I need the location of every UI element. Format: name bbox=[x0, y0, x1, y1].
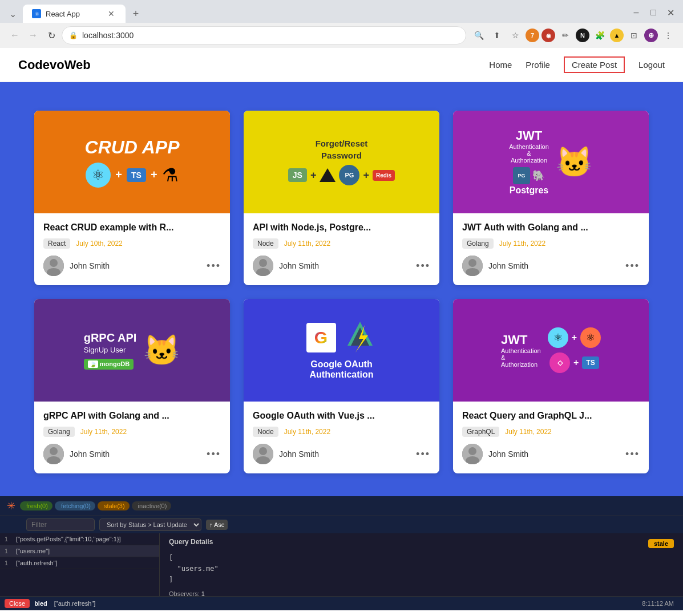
devtools-tab-stale[interactable]: stale(3) bbox=[98, 501, 130, 510]
devtools-asc-btn[interactable]: ↑ Asc bbox=[206, 520, 228, 530]
minimize-btn[interactable]: – bbox=[628, 5, 644, 21]
bookmark-btn[interactable]: ☆ bbox=[507, 27, 523, 43]
react-icon: ⚛ bbox=[86, 163, 111, 188]
card-6-menu-btn[interactable]: ••• bbox=[625, 448, 640, 460]
card-5-menu-btn[interactable]: ••• bbox=[416, 448, 430, 460]
card-4[interactable]: gRPC API SignUp User 🍃 mongoDB 🐱 bbox=[34, 299, 230, 473]
nav-home[interactable]: Home bbox=[489, 60, 512, 70]
devtools-filter-input[interactable] bbox=[26, 518, 95, 531]
card-2-tag: Node bbox=[253, 238, 278, 249]
card-1-menu-btn[interactable]: ••• bbox=[207, 260, 221, 272]
bottom-item-bled[interactable]: bled bbox=[34, 600, 47, 607]
ext-icon-3[interactable]: N bbox=[576, 29, 589, 42]
cards-grid: CRUD APP ⚛ + TS + ⚗ bbox=[34, 111, 649, 473]
devtools-stale-badge: stale bbox=[648, 539, 674, 548]
card-4-avatar bbox=[43, 444, 64, 464]
ext-icon-1[interactable]: 7 bbox=[526, 29, 539, 42]
devtools-list-item-3[interactable]: 1 ["auth.refresh"] bbox=[0, 557, 159, 569]
card-6-author: John Smith ••• bbox=[462, 444, 640, 464]
reload-btn[interactable]: ↻ bbox=[43, 27, 59, 43]
devtools-bottom-bar: Close bled ["auth.refresh"] 8:11:12 AM bbox=[0, 596, 683, 610]
card-2-menu-btn[interactable]: ••• bbox=[416, 260, 430, 272]
card-6-image: JWT Authentication & Authorization ⚛ + bbox=[453, 299, 649, 402]
card-1-author-name: John Smith bbox=[70, 261, 110, 270]
card-2-body: API with Node.js, Postgre... Node July 1… bbox=[244, 213, 439, 285]
devtools-tab-fresh[interactable]: fresh(0) bbox=[20, 501, 52, 510]
card-6-icons: ⚛ + ⚛ ◇ + TS bbox=[548, 327, 601, 373]
devtools-fetching-label: fetching(0) bbox=[61, 502, 91, 509]
card-2-password-text: Password bbox=[288, 151, 395, 160]
svg-point-7 bbox=[468, 259, 476, 267]
devtools-close-btn[interactable]: Close bbox=[5, 599, 30, 608]
card-2-avatar bbox=[253, 256, 273, 276]
card-2-author: John Smith ••• bbox=[253, 256, 430, 276]
browser-tab-react-app[interactable]: ⚛ React App ✕ bbox=[23, 5, 126, 23]
back-btn[interactable]: ← bbox=[7, 27, 23, 43]
postgres-label: Postgres bbox=[509, 185, 549, 196]
card-6-text: JWT Authentication & Authorization bbox=[501, 333, 541, 368]
card-1-body: React CRUD example with R... React July … bbox=[34, 213, 230, 285]
card-4-author-info: John Smith bbox=[43, 444, 110, 464]
share-btn[interactable]: ⬆ bbox=[489, 27, 505, 43]
card-3-text: JWT Authentication & Authorization PG 🐘 … bbox=[509, 128, 549, 196]
devtools-time: 8:11:12 AM bbox=[637, 600, 678, 607]
nav-logout[interactable]: Logout bbox=[638, 60, 665, 70]
devtools-tab-inactive[interactable]: inactive(0) bbox=[132, 501, 172, 510]
ext-icon-5[interactable]: ⊕ bbox=[644, 29, 658, 42]
devtools-query-list: 1 ["posts.getPosts",{"limit":10,"page":1… bbox=[0, 533, 160, 596]
ext-icon-2[interactable]: ◉ bbox=[541, 29, 555, 42]
window-close-btn[interactable]: ✕ bbox=[662, 5, 678, 21]
address-text: localhost:3000 bbox=[82, 31, 459, 40]
card-4-meta: Golang July 11th, 2022 bbox=[43, 427, 221, 437]
search-page-btn[interactable]: 🔍 bbox=[471, 27, 487, 43]
extensions-btn[interactable]: 🧩 bbox=[592, 27, 608, 43]
card-2[interactable]: Forget/Reset Password JS + PG + bbox=[244, 111, 439, 285]
app-nav: CodevoWeb Home Profile Create Post Logou… bbox=[0, 48, 683, 82]
card-6[interactable]: JWT Authentication & Authorization ⚛ + bbox=[453, 299, 649, 473]
nav-profile[interactable]: Profile bbox=[526, 60, 550, 70]
lock-icon: 🔒 bbox=[69, 31, 78, 39]
app-nav-links: Home Profile Create Post Logout bbox=[489, 56, 665, 73]
card-5[interactable]: G bbox=[244, 299, 439, 473]
gopher-icon: 🐱 bbox=[556, 145, 593, 180]
new-tab-btn[interactable]: + bbox=[128, 6, 144, 22]
devtools-sort-select[interactable]: Sort by Status > Last Update bbox=[99, 518, 201, 531]
card-1[interactable]: CRUD APP ⚛ + TS + ⚗ bbox=[34, 111, 230, 285]
forward-btn[interactable]: → bbox=[25, 27, 41, 43]
devtools-list-item-1[interactable]: 1 ["posts.getPosts",{"limit":10,"page":1… bbox=[0, 533, 159, 545]
bottom-item-auth[interactable]: ["auth.refresh"] bbox=[54, 600, 96, 607]
card-3-tag: Golang bbox=[462, 238, 494, 249]
ext-pencil-btn[interactable]: ✏ bbox=[557, 27, 573, 43]
card-4-title: gRPC API with Golang and ... bbox=[43, 411, 221, 421]
menu-btn[interactable]: ⋮ bbox=[660, 27, 676, 43]
card-4-body: gRPC API with Golang and ... Golang July… bbox=[34, 402, 230, 473]
graphql-icon: ◇ bbox=[549, 352, 570, 373]
devtools-tabs-bar: fresh(0) fetching(0) stale(3) inactive(0… bbox=[20, 501, 171, 510]
card-2-forget-text: Forget/Reset bbox=[288, 139, 395, 148]
tab-close-btn[interactable]: ✕ bbox=[106, 9, 116, 19]
split-view-btn[interactable]: ⊡ bbox=[626, 27, 642, 43]
browser-action-buttons: 🔍 ⬆ ☆ 7 ◉ ✏ N 🧩 ▲ ⊡ ⊕ ⋮ bbox=[471, 27, 676, 43]
devtools-toolbar: Sort by Status > Last Update ↑ Asc bbox=[0, 516, 683, 533]
mongo-icon: 🍃 mongoDB bbox=[84, 359, 134, 370]
card-3-menu-btn[interactable]: ••• bbox=[625, 260, 640, 272]
card-2-image: Forget/Reset Password JS + PG + bbox=[244, 111, 439, 213]
card-1-title: React CRUD example with R... bbox=[43, 222, 221, 233]
card-2-title: API with Node.js, Postgre... bbox=[253, 222, 430, 233]
card-4-menu-btn[interactable]: ••• bbox=[207, 448, 221, 460]
card-6-title: React Query and GraphQL J... bbox=[462, 411, 640, 421]
svg-point-16 bbox=[259, 447, 267, 455]
devtools-tab-fetching[interactable]: fetching(0) bbox=[55, 501, 95, 510]
maximize-btn[interactable]: □ bbox=[645, 5, 661, 21]
tab-overflow-btn[interactable]: ⌄ bbox=[5, 6, 21, 22]
card-3[interactable]: JWT Authentication & Authorization PG 🐘 … bbox=[453, 111, 649, 285]
svg-point-1 bbox=[50, 259, 58, 267]
ext-icon-4[interactable]: ▲ bbox=[610, 29, 624, 42]
nav-create-post[interactable]: Create Post bbox=[564, 56, 625, 73]
card-2-icons: JS + PG + Redis bbox=[288, 165, 395, 185]
cards-section: CRUD APP ⚛ + TS + ⚗ bbox=[0, 111, 683, 496]
address-bar[interactable]: 🔒 localhost:3000 bbox=[62, 26, 466, 44]
devtools-list-item-2[interactable]: 1 ["users.me"] bbox=[0, 545, 159, 557]
card-6-avatar bbox=[462, 444, 483, 464]
devtools-query-details: Query Details stale [ "users.me" ] Obser… bbox=[160, 533, 683, 596]
